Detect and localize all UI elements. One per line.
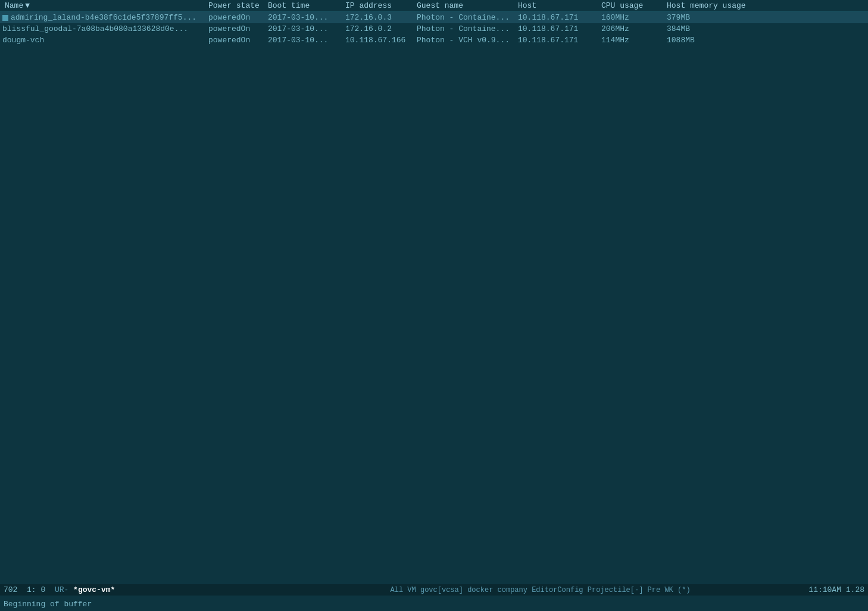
cell-name-0: admiring_laland-b4e38f6c1de5f37897ff5... xyxy=(0,13,208,22)
cell-host-2: 10.118.67.171 xyxy=(518,36,601,45)
cell-cpu-0: 160MHz xyxy=(601,13,667,22)
col-header-guest[interactable]: Guest name xyxy=(417,1,518,10)
main-content: Name▼ Power state Boot time IP address G… xyxy=(0,0,868,580)
cell-power-0: poweredOn xyxy=(208,13,268,22)
status-line-col: 1: 0 xyxy=(22,585,50,594)
cell-cpu-2: 114MHz xyxy=(601,36,667,45)
cell-guest-0: Photon - Containe... xyxy=(417,13,518,22)
cell-boot-1: 2017-03-10... xyxy=(268,24,345,33)
table-row[interactable]: admiring_laland-b4e38f6c1de5f37897ff5...… xyxy=(0,12,868,23)
cell-ip-1: 172.16.0.2 xyxy=(345,24,417,33)
status-bar-center: All VM govc[vcsa] docker company EditorC… xyxy=(272,586,809,594)
cell-ip-0: 172.16.0.3 xyxy=(345,13,417,22)
cell-host-0: 10.118.67.171 xyxy=(518,13,601,22)
cell-mem-2: 1088MB xyxy=(667,36,756,45)
cell-mem-0: 379MB xyxy=(667,13,756,22)
cell-ip-2: 10.118.67.166 xyxy=(345,36,417,45)
table-header: Name▼ Power state Boot time IP address G… xyxy=(0,0,868,12)
status-bar: 702 1: 0 UR- *govc-vm* All VM govc[vcsa]… xyxy=(0,584,868,596)
status-position: 702 xyxy=(4,585,17,594)
vm-table: Name▼ Power state Boot time IP address G… xyxy=(0,0,868,46)
cell-host-1: 10.118.67.171 xyxy=(518,24,601,33)
cell-name-1: blissful_goodal-7a08ba4b080a133628d0e... xyxy=(0,24,208,33)
col-header-ip[interactable]: IP address xyxy=(345,1,417,10)
cell-mem-1: 384MB xyxy=(667,24,756,33)
col-header-mem[interactable]: Host memory usage xyxy=(667,1,756,10)
status-time: 11:10AM xyxy=(808,585,841,594)
col-header-host[interactable]: Host xyxy=(518,1,601,10)
cell-power-2: poweredOn xyxy=(208,36,268,45)
status-filename: *govc-vm* xyxy=(73,585,115,594)
status-mode: UR- xyxy=(55,585,68,594)
table-row[interactable]: blissful_goodal-7a08ba4b080a133628d0e...… xyxy=(0,23,868,35)
sort-indicator: ▼ xyxy=(25,1,30,10)
bottom-bar-text: Beginning of buffer xyxy=(4,600,92,609)
cell-boot-2: 2017-03-10... xyxy=(268,36,345,45)
col-name-label: Name xyxy=(5,1,23,10)
status-bar-right: 11:10AM 1.28 xyxy=(808,585,864,594)
cell-guest-2: Photon - VCH v0.9... xyxy=(417,36,518,45)
cell-cpu-1: 206MHz xyxy=(601,24,667,33)
cell-power-1: poweredOn xyxy=(208,24,268,33)
status-bar-left: 702 1: 0 UR- *govc-vm* xyxy=(4,585,272,594)
cell-guest-1: Photon - Containe... xyxy=(417,24,518,33)
bottom-bar: Beginning of buffer xyxy=(0,597,868,611)
cell-boot-0: 2017-03-10... xyxy=(268,13,345,22)
col-header-power[interactable]: Power state xyxy=(208,1,268,10)
table-row[interactable]: dougm-vch poweredOn 2017-03-10... 10.118… xyxy=(0,35,868,46)
col-header-cpu[interactable]: CPU usage xyxy=(601,1,667,10)
col-header-boot[interactable]: Boot time xyxy=(268,1,345,10)
status-version: 1.28 xyxy=(846,585,864,594)
col-header-name[interactable]: Name▼ xyxy=(0,1,208,10)
row-indicator-0 xyxy=(2,15,8,21)
cell-name-2: dougm-vch xyxy=(0,36,208,45)
